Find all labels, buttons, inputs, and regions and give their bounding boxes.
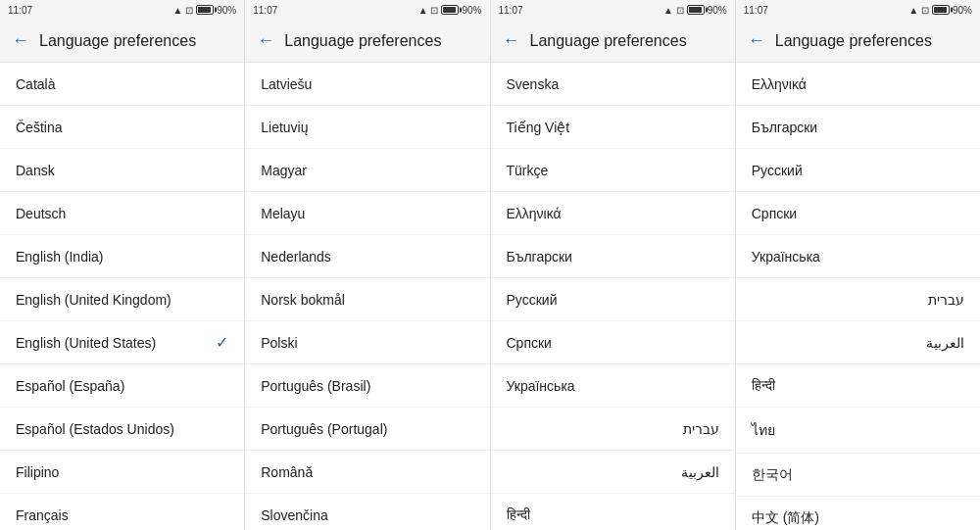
status-bar-4: 11:07 ▲ ⊡ 90%	[736, 0, 980, 20]
language-label: English (United Kingdom)	[16, 292, 172, 308]
list-item[interactable]: العربية	[736, 321, 980, 364]
list-item[interactable]: Português (Portugal)	[245, 408, 489, 451]
panel-header-2: ←Language preferences	[245, 20, 489, 63]
list-item[interactable]: Svenska	[491, 63, 735, 106]
language-label: Українська	[507, 378, 575, 394]
language-label: Melayu	[261, 206, 305, 221]
panel-3: ←Language preferencesSvenskaTiếng ViệtTü…	[491, 20, 736, 530]
list-item[interactable]: Română	[245, 451, 489, 494]
list-item[interactable]: Čeština	[0, 106, 244, 149]
panel-title: Language preferences	[530, 32, 687, 50]
panel-header-1: ←Language preferences	[0, 20, 244, 63]
language-label: Slovenčina	[261, 507, 328, 523]
language-label: Français	[16, 507, 69, 523]
list-item[interactable]: Français	[0, 494, 244, 530]
language-label: Magyar	[261, 163, 307, 178]
list-item[interactable]: Српски	[736, 192, 980, 235]
list-item[interactable]: Català	[0, 63, 244, 106]
language-label: Lietuvių	[261, 120, 308, 135]
list-item[interactable]: Português (Brasil)	[245, 364, 489, 408]
panel-title: Language preferences	[39, 32, 196, 50]
back-arrow-icon[interactable]: ←	[748, 30, 765, 51]
panel-1: ←Language preferencesCatalàČeštinaDanskD…	[0, 20, 245, 530]
list-item[interactable]: English (India)	[0, 235, 244, 278]
language-label: Português (Brasil)	[261, 378, 370, 394]
panel-header-4: ←Language preferences	[736, 20, 980, 63]
list-item[interactable]: Melayu	[245, 192, 489, 235]
list-item[interactable]: हिन्दी	[736, 364, 980, 408]
list-item[interactable]: Türkçe	[491, 149, 735, 192]
language-label: Tiếng Việt	[507, 120, 570, 135]
list-item[interactable]: Deutsch	[0, 192, 244, 235]
selected-checkmark-icon: ✓	[216, 333, 228, 352]
language-label: Српски	[507, 335, 552, 351]
language-label: Español (Estados Unidos)	[16, 421, 174, 437]
language-label: Български	[507, 249, 572, 265]
list-item[interactable]: 한국어	[736, 454, 980, 497]
panel-2: ←Language preferencesLatviešuLietuviųMag…	[245, 20, 490, 530]
list-item[interactable]: العربية	[491, 451, 735, 494]
language-label: English (India)	[16, 249, 104, 265]
list-item[interactable]: Русский	[736, 149, 980, 192]
list-item[interactable]: Українська	[491, 364, 735, 408]
list-item[interactable]: English (United States)✓	[0, 321, 244, 364]
list-item[interactable]: Українська	[736, 235, 980, 278]
list-item[interactable]: Tiếng Việt	[491, 106, 735, 149]
status-icons-2: ▲ ⊡ 90%	[418, 5, 482, 16]
language-label: Latviešu	[261, 76, 312, 92]
list-item[interactable]: Español (España)	[0, 364, 244, 408]
list-item[interactable]: 中文 (简体)	[736, 497, 980, 530]
list-item[interactable]: Lietuvių	[245, 106, 489, 149]
language-label: עברית	[752, 292, 964, 308]
panel-title: Language preferences	[775, 32, 932, 50]
lang-list-1: CatalàČeštinaDanskDeutschEnglish (India)…	[0, 63, 244, 530]
list-item[interactable]: Ελληνικά	[736, 63, 980, 106]
status-time-4: 11:07	[744, 5, 768, 16]
lang-list-2: LatviešuLietuviųMagyarMelayuNederlandsNo…	[245, 63, 489, 530]
back-arrow-icon[interactable]: ←	[503, 30, 520, 51]
language-label: Norsk bokmål	[261, 292, 345, 308]
panel-4: ←Language preferencesΕλληνικάБългарскиРу…	[736, 20, 980, 530]
list-item[interactable]: Español (Estados Unidos)	[0, 408, 244, 451]
list-item[interactable]: עברית	[491, 408, 735, 451]
list-item[interactable]: Български	[736, 106, 980, 149]
back-arrow-icon[interactable]: ←	[257, 30, 274, 51]
panel-header-3: ←Language preferences	[491, 20, 735, 63]
language-label: Español (España)	[16, 378, 124, 394]
status-icons-4: ▲ ⊡ 90%	[908, 5, 972, 16]
language-label: العربية	[507, 464, 719, 480]
list-item[interactable]: Slovenčina	[245, 494, 489, 530]
language-label: ไทย	[752, 419, 775, 441]
language-label: Română	[261, 464, 313, 480]
list-item[interactable]: Dansk	[0, 149, 244, 192]
language-label: Polski	[261, 335, 297, 351]
list-item[interactable]: Nederlands	[245, 235, 489, 278]
list-item[interactable]: ไทย	[736, 408, 980, 454]
list-item[interactable]: हिन्दी	[491, 494, 735, 530]
language-label: Svenska	[507, 76, 560, 92]
list-item[interactable]: Filipino	[0, 451, 244, 494]
language-label: Português (Portugal)	[261, 421, 387, 437]
list-item[interactable]: Norsk bokmål	[245, 278, 489, 321]
list-item[interactable]: Polski	[245, 321, 489, 364]
status-bars: 11:07 ▲ ⊡ 90% 11:07 ▲ ⊡ 90% 11:07 ▲ ⊡ 90…	[0, 0, 980, 20]
list-item[interactable]: Ελληνικά	[491, 192, 735, 235]
list-item[interactable]: Српски	[491, 321, 735, 364]
language-label: 한국어	[752, 466, 793, 484]
language-label: Русский	[507, 292, 558, 308]
list-item[interactable]: Magyar	[245, 149, 489, 192]
status-icons-3: ▲ ⊡ 90%	[663, 5, 727, 16]
language-label: Türkçe	[507, 163, 549, 178]
language-label: Dansk	[16, 163, 55, 178]
status-time-3: 11:07	[499, 5, 523, 16]
language-label: עברית	[507, 421, 719, 437]
list-item[interactable]: עברית	[736, 278, 980, 321]
list-item[interactable]: Latviešu	[245, 63, 489, 106]
back-arrow-icon[interactable]: ←	[12, 30, 29, 51]
list-item[interactable]: Русский	[491, 278, 735, 321]
list-item[interactable]: English (United Kingdom)	[0, 278, 244, 321]
status-bar-2: 11:07 ▲ ⊡ 90%	[245, 0, 490, 20]
language-label: हिन्दी	[507, 506, 530, 523]
status-icons-1: ▲ ⊡ 90%	[173, 5, 237, 16]
list-item[interactable]: Български	[491, 235, 735, 278]
